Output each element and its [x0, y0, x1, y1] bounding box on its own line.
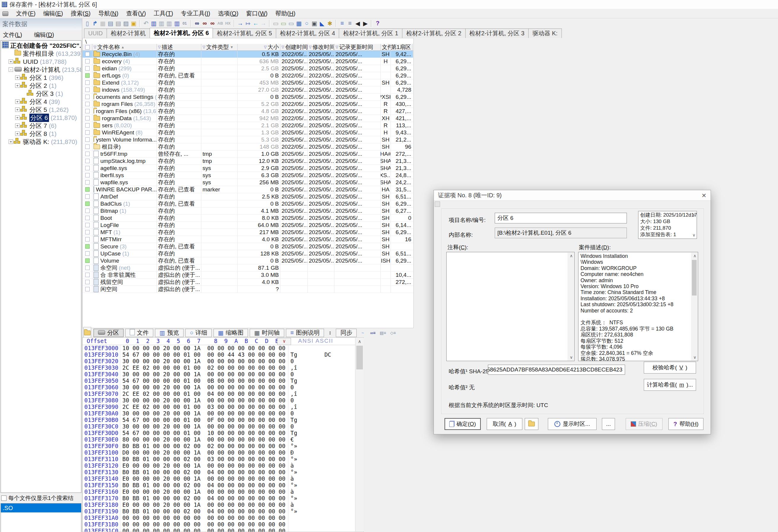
paste-icon[interactable]: ▥	[158, 19, 165, 27]
hex-row[interactable]: 013FEF3190B0 BB 01 00 00 00 02 00 04 00 …	[83, 508, 364, 515]
row-checkbox-cell[interactable]	[83, 51, 92, 58]
disk-chip-icon[interactable]: ▭	[288, 19, 295, 27]
help-button[interactable]: ? 帮助(H)	[669, 418, 703, 430]
system-menu-icon[interactable]	[2, 11, 8, 16]
row-checkbox[interactable]	[85, 166, 90, 170]
hex-row[interactable]: 013FEF3110B0 BB 01 00 00 00 02 00 03 00 …	[83, 456, 364, 462]
row-checkbox[interactable]	[85, 123, 90, 127]
updown-icon[interactable]: ↕	[326, 329, 334, 337]
row-checkbox[interactable]	[85, 173, 90, 177]
table-row[interactable]: ocuments and Settings(存在的0 B2025/05/...2…	[83, 93, 413, 101]
row-checkbox[interactable]	[85, 280, 90, 284]
row-checkbox-cell[interactable]	[83, 143, 92, 150]
data-window-tab[interactable]: 驱动器 K:	[528, 28, 561, 38]
tree-item[interactable]: +分区 4(39)	[1, 98, 81, 106]
row-checkbox[interactable]	[85, 237, 90, 242]
tree-item[interactable]: 正在创建备份 "2025FIC"...	[1, 41, 81, 50]
data-window-tab[interactable]: 检材2-计算机, 分区 6	[150, 28, 213, 38]
header-checkbox-cell[interactable]	[83, 44, 92, 51]
row-checkbox-cell[interactable]	[83, 207, 92, 214]
next-item-icon[interactable]: ▶	[362, 19, 369, 27]
verify-hash-button[interactable]: 校验哈希(V)	[644, 362, 696, 373]
table-row[interactable]: 根目录)存在的148 GB2022/05/...2025/05/...2025/…	[83, 143, 413, 151]
table-row[interactable]: 闲空间虚拟出的 (便于...?	[83, 286, 413, 293]
hex-row[interactable]: 013FEF3180E0 00 00 00 20 00 00 1A 00 00 …	[83, 502, 364, 508]
row-checkbox[interactable]	[85, 80, 90, 85]
table-row[interactable]: agefile.sys存在的sys2.9 GB2025/05/...2025/0…	[83, 165, 413, 172]
tree-item[interactable]: 案件根目录(613,239)	[1, 50, 81, 58]
cancel-button[interactable]: 取消(A)	[487, 418, 522, 430]
tree-expander[interactable]: +	[15, 131, 20, 136]
row-checkbox[interactable]	[85, 216, 90, 220]
camera-icon[interactable]: ▣	[311, 19, 318, 27]
search-folder-icon[interactable]	[83, 327, 91, 339]
scroll-down-icon[interactable]: ∨	[570, 355, 573, 360]
hex-find-icon[interactable]: ∞	[209, 19, 216, 27]
search-hit-list-icon[interactable]: ∞≡	[369, 329, 377, 337]
hex-row[interactable]: 013FEF30702C EE 02 00 00 00 01 00 04 00 …	[83, 390, 364, 397]
copy-icon[interactable]: ▥	[151, 19, 157, 27]
row-checkbox-cell[interactable]	[83, 250, 92, 257]
hex-row[interactable]: 013FEF305054 67 00 00 00 00 01 00 0B 00 …	[83, 377, 364, 384]
undo-icon[interactable]: ↶	[143, 19, 149, 27]
hex-row[interactable]: 013FEF31C000 00 00 00 00 00 00 00 00 00 …	[83, 528, 364, 532]
filter-funnel-icon[interactable]: ∇	[158, 45, 161, 50]
data-window-tab[interactable]: 检材2-计算机, 分区 3	[465, 28, 529, 38]
tree-item[interactable]: +分区 8(1)	[1, 130, 81, 138]
replace-icon[interactable]: AB	[217, 19, 223, 27]
row-checkbox[interactable]	[85, 208, 90, 213]
data-window-tab[interactable]: 检材2-计算机, 分区 5	[213, 28, 276, 38]
table-row[interactable]: Bitmap(1)存在的4.1 MB2025/05/...2025/05/...…	[83, 207, 413, 214]
hex-row[interactable]: 013FEF3140E0 00 00 00 20 00 00 1A 00 00 …	[83, 475, 364, 482]
column-header[interactable]: ∇大小	[238, 44, 280, 51]
more-button[interactable]: ...	[602, 418, 615, 430]
row-checkbox-cell[interactable]	[83, 229, 92, 236]
scroll-up-icon[interactable]: ∧	[570, 253, 573, 258]
row-checkbox-cell[interactable]	[83, 200, 92, 207]
row-checkbox[interactable]	[85, 187, 90, 192]
row-checkbox-cell[interactable]	[83, 214, 92, 221]
row-checkbox-cell[interactable]	[83, 172, 92, 179]
hex-row[interactable]: 013FEF3130B0 BB 01 00 00 00 02 00 04 00 …	[83, 469, 364, 475]
hex-check-button[interactable]: ∨	[277, 338, 291, 345]
case-menu-item[interactable]: 编辑(D)	[34, 31, 54, 39]
hex-row[interactable]: 013FEF3170B0 BB 01 00 00 00 02 00 04 00 …	[83, 495, 364, 502]
table-row[interactable]: Secure(3)存在的, 已查看0 B2025/05/...2025/05/.…	[83, 243, 413, 250]
mode-tab-file[interactable]: 文件	[125, 329, 153, 337]
case-menu-item[interactable]: 文件(L)	[3, 31, 22, 39]
print-icon[interactable]: ▤	[107, 19, 114, 27]
filter-dropdown-icon[interactable]: ▼	[230, 45, 233, 49]
row-checkbox-cell[interactable]	[83, 179, 92, 186]
row-checkbox[interactable]	[85, 102, 90, 106]
tree-expander[interactable]: +	[15, 123, 20, 128]
hex-row[interactable]: 013FEF30302C EE 02 00 00 00 01 00 02 00 …	[83, 364, 364, 371]
show-timezone-button[interactable]: 显示时区...	[548, 418, 597, 430]
table-row[interactable]: LogFile存在的64.0 MB2025/05/...2025/05/...2…	[83, 221, 413, 229]
row-checkbox[interactable]	[85, 258, 90, 263]
scroll-up-icon[interactable]: ∧	[693, 212, 695, 217]
menu-item[interactable]: 编辑(E)	[44, 9, 63, 17]
menu-item[interactable]: 选项(O)	[218, 9, 238, 17]
new-file-icon[interactable]: ▯	[84, 19, 91, 27]
hex-row[interactable]: 013FEF301054 67 00 00 00 00 01 00 00 00 …	[83, 351, 364, 358]
find-icon[interactable]: ∞	[193, 19, 200, 27]
mode-tab-timeline[interactable]: ▦时间轴	[250, 329, 284, 337]
row-checkbox-cell[interactable]	[83, 264, 92, 271]
tree-item[interactable]: +分区 6(211,870)	[1, 114, 81, 122]
row-checkbox[interactable]	[85, 287, 90, 291]
row-checkbox[interactable]	[85, 109, 90, 113]
table-row[interactable]: tr56FF.tmp曾经存在, ...tmp1.0 GB2025/05/...2…	[83, 151, 413, 158]
table-row[interactable]: MFTMirr存在的4.0 KB2025/05/...2025/05/...20…	[83, 236, 413, 243]
row-checkbox[interactable]	[85, 145, 90, 149]
row-checkbox-cell[interactable]	[83, 122, 92, 129]
hex-row[interactable]: 013FEF308030 00 00 00 20 00 00 1A 00 00 …	[83, 397, 364, 404]
table-row[interactable]: ecovery(4)存在的636 MB2022/05/...2025/05/..…	[83, 58, 413, 65]
hex-row[interactable]: 013FEF304030 00 00 00 20 00 00 1A 00 00 …	[83, 371, 364, 377]
row-checkbox-cell[interactable]	[83, 186, 92, 193]
row-checkbox[interactable]	[85, 201, 90, 206]
select-all-checkbox[interactable]	[85, 45, 90, 50]
comment-scrollbar[interactable]	[567, 253, 574, 360]
disk-add-icon[interactable]: ▭	[280, 19, 287, 27]
table-row[interactable]: WINRE BACKUP PAR...存在的, 已查看marker0 B2025…	[83, 186, 413, 193]
list2-icon[interactable]: ≡	[346, 19, 353, 27]
